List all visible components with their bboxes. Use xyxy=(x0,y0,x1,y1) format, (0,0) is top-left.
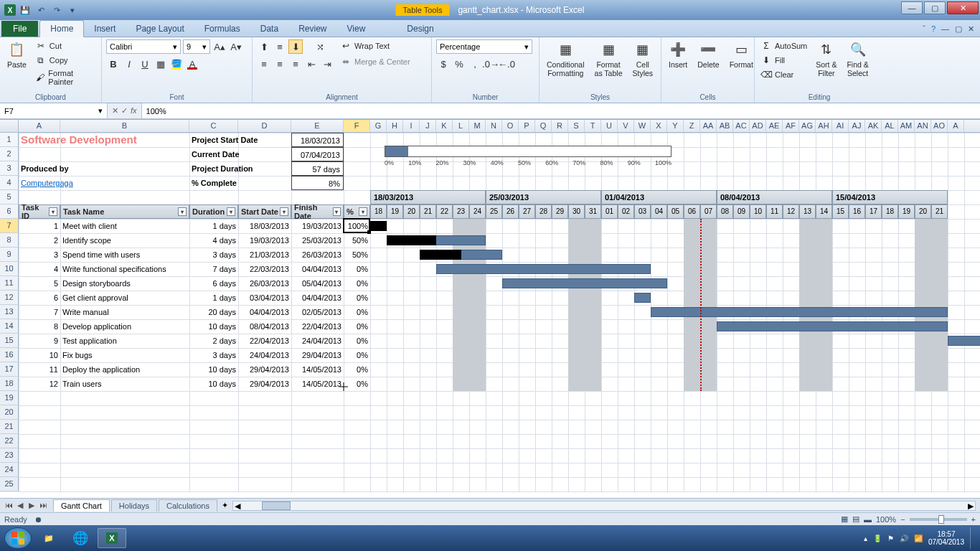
align-left-button[interactable]: ≡ xyxy=(257,57,271,71)
spreadsheet-grid[interactable]: ABCDEFGHIJKLMNOPQRSTUVWXYZAAABACADAEAFAG… xyxy=(0,119,980,492)
conditional-formatting-button[interactable]: ▦Conditional Formatting xyxy=(544,39,588,79)
insert-cells-button[interactable]: ➕Insert xyxy=(666,39,690,70)
row-header[interactable]: 4 xyxy=(0,176,19,190)
column-header[interactable]: H xyxy=(387,120,403,132)
cell[interactable]: 22/03/2013 xyxy=(238,262,291,276)
cell[interactable]: 4 days xyxy=(189,233,238,248)
enter-formula-icon[interactable]: ✓ xyxy=(121,106,128,116)
cell[interactable]: Fix bugs xyxy=(60,348,189,362)
number-format-select[interactable]: Percentage▾ xyxy=(436,39,532,54)
cell[interactable]: 18/03/2013 xyxy=(238,219,291,233)
name-box[interactable]: F7▾ xyxy=(0,103,108,118)
column-header[interactable]: K xyxy=(436,120,453,132)
column-header[interactable]: T xyxy=(585,120,601,132)
workbook-close-icon[interactable]: ✕ xyxy=(968,24,974,34)
column-header[interactable]: E xyxy=(291,120,344,132)
table-header[interactable]: Task Name▾ xyxy=(60,204,189,219)
column-header[interactable]: AO xyxy=(931,120,948,132)
cell[interactable]: Develop application xyxy=(60,319,189,334)
column-header[interactable]: V xyxy=(618,120,634,132)
table-header[interactable]: Task ID▾ xyxy=(19,204,60,219)
zoom-in-button[interactable]: + xyxy=(971,515,976,524)
system-clock[interactable]: 18:5707/04/2013 xyxy=(928,530,964,546)
cell[interactable]: Project Start Date xyxy=(189,133,290,147)
cell[interactable]: Current Date xyxy=(189,147,290,161)
cell[interactable]: 10 days xyxy=(189,362,238,377)
align-bottom-button[interactable]: ⬇ xyxy=(288,39,303,54)
cell[interactable]: Identify scope xyxy=(60,233,189,248)
cell[interactable]: Write functional specifications xyxy=(60,262,189,276)
cell[interactable]: 8% xyxy=(291,176,344,190)
merge-center-button[interactable]: ⬌Merge & Center xyxy=(339,55,412,68)
column-header[interactable]: B xyxy=(60,120,189,132)
border-button[interactable]: ▦ xyxy=(154,57,168,71)
cell[interactable]: Produced by xyxy=(19,161,148,176)
row-header[interactable]: 15 xyxy=(0,334,19,348)
cell[interactable]: 11 xyxy=(19,362,60,377)
sheet-nav-next-icon[interactable]: ▶ xyxy=(26,501,37,510)
cell[interactable]: 07/04/2013 xyxy=(291,147,344,161)
workbook-restore-icon[interactable]: ▢ xyxy=(955,24,962,34)
delete-cells-button[interactable]: ➖Delete xyxy=(694,39,722,70)
view-normal-icon[interactable]: ▦ xyxy=(841,514,848,524)
column-header[interactable]: AL xyxy=(882,120,898,132)
row-header[interactable]: 23 xyxy=(0,448,19,463)
cell[interactable]: 57 days xyxy=(291,161,344,176)
cell[interactable]: Project Duration xyxy=(189,161,290,176)
start-button[interactable] xyxy=(4,527,32,549)
cell[interactable]: 0% xyxy=(344,291,370,305)
row-header[interactable]: 13 xyxy=(0,305,19,319)
row-header[interactable]: 14 xyxy=(0,319,19,334)
cell[interactable]: 08/04/2013 xyxy=(238,319,291,334)
column-header[interactable]: Z xyxy=(684,120,700,132)
cell[interactable]: 22/04/2013 xyxy=(238,334,291,348)
wrap-text-button[interactable]: ↩Wrap Text xyxy=(339,39,412,52)
tab-formulas[interactable]: Formulas xyxy=(194,21,250,37)
font-size-select[interactable]: 9▾ xyxy=(183,39,210,54)
column-header[interactable]: S xyxy=(568,120,585,132)
column-header[interactable]: M xyxy=(469,120,486,132)
row-header[interactable]: 2 xyxy=(0,147,19,161)
sheet-tab-calculations[interactable]: Calculations xyxy=(159,499,217,512)
tab-home[interactable]: Home xyxy=(39,20,84,37)
cell[interactable]: 6 days xyxy=(189,276,238,291)
column-header[interactable]: G xyxy=(370,120,387,132)
cut-button[interactable]: ✂Cut xyxy=(34,39,97,52)
font-color-button[interactable]: A xyxy=(185,57,199,71)
cell[interactable]: Train users xyxy=(60,377,189,391)
cell[interactable]: 0% xyxy=(344,334,370,348)
increase-indent-button[interactable]: ⇥ xyxy=(320,57,334,71)
column-header[interactable]: AC xyxy=(733,120,750,132)
row-header[interactable]: 25 xyxy=(0,477,19,491)
row-header[interactable]: 12 xyxy=(0,291,19,305)
cell[interactable]: 19/03/2013 xyxy=(238,233,291,248)
cell[interactable]: 3 days xyxy=(189,348,238,362)
accounting-format-button[interactable]: $ xyxy=(436,57,451,71)
column-header[interactable]: Q xyxy=(535,120,552,132)
fill-color-button[interactable]: 🪣 xyxy=(169,57,184,71)
table-header[interactable]: Finish Date▾ xyxy=(291,204,344,219)
tab-view[interactable]: View xyxy=(337,21,376,37)
cell[interactable]: 1 xyxy=(19,219,60,233)
tab-insert[interactable]: Insert xyxy=(84,21,126,37)
tray-expand-icon[interactable]: ▴ xyxy=(864,534,867,542)
zoom-out-button[interactable]: − xyxy=(900,515,905,524)
show-desktop-button[interactable] xyxy=(970,527,976,549)
cell[interactable]: 9 xyxy=(19,334,60,348)
align-right-button[interactable]: ≡ xyxy=(288,57,303,71)
cell[interactable]: 04/04/2013 xyxy=(291,291,344,305)
shrink-font-button[interactable]: A▾ xyxy=(229,39,243,54)
cell[interactable]: Test application xyxy=(60,334,189,348)
qat-dropdown-icon[interactable]: ▾ xyxy=(66,4,79,17)
cell[interactable]: 20 days xyxy=(189,305,238,319)
row-header[interactable]: 24 xyxy=(0,463,19,477)
cell[interactable]: Meet with client xyxy=(60,219,189,233)
column-header[interactable]: AI xyxy=(832,120,849,132)
align-top-button[interactable]: ⬆ xyxy=(257,39,271,54)
cell[interactable]: Software Development xyxy=(19,133,176,147)
taskbar-chrome-icon[interactable]: 🌐 xyxy=(66,528,95,548)
taskbar-explorer-icon[interactable]: 📁 xyxy=(34,528,63,548)
italic-button[interactable]: I xyxy=(122,57,136,71)
cell[interactable]: 10 days xyxy=(189,319,238,334)
cell[interactable]: 0% xyxy=(344,377,370,391)
